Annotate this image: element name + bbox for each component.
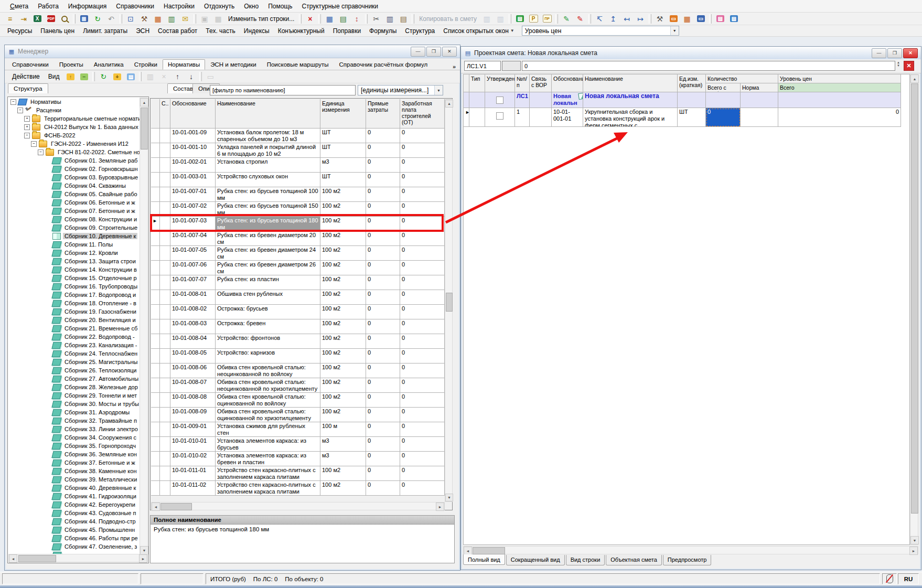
- price-level-select[interactable]: Уровень цен▼: [522, 26, 679, 36]
- scroll-up-icon[interactable]: ▲: [445, 100, 453, 108]
- undo-icon[interactable]: ↶: [105, 13, 117, 25]
- value-spinner[interactable]: ▲ ▼: [896, 61, 901, 71]
- tree-vscroll-thumb[interactable]: [141, 108, 148, 149]
- table-row[interactable]: 10-01-008-07Обивка стен кровельной сталь…: [151, 378, 445, 393]
- tree-item[interactable]: −Нормативы: [8, 98, 140, 106]
- new-rate-icon[interactable]: ⚒: [138, 13, 151, 25]
- close-button[interactable]: ✕: [903, 48, 918, 58]
- add-position-icon[interactable]: ▤: [337, 13, 349, 25]
- menu-item-7[interactable]: Окно: [239, 3, 263, 10]
- spinner-down-icon[interactable]: ▼: [896, 64, 901, 67]
- column-header-c[interactable]: С..: [160, 99, 170, 129]
- scroll-down-icon[interactable]: ▼: [140, 546, 148, 554]
- shift-left-icon[interactable]: ↤: [620, 13, 633, 25]
- units-filter-select[interactable]: [единицы измерения...] ▼: [358, 85, 443, 95]
- new-machine-icon[interactable]: ▥: [165, 13, 178, 25]
- panel-button-11[interactable]: Структура: [401, 26, 439, 36]
- tree-item[interactable]: Сборник 24. Теплоснабжен: [8, 349, 140, 358]
- tree-item[interactable]: Сборник 22. Водопровод -: [8, 333, 140, 341]
- column-header-type[interactable]: Тип: [469, 74, 485, 92]
- copy-icon[interactable]: ▥: [383, 13, 396, 25]
- pdf-icon[interactable]: PDF: [45, 13, 57, 25]
- tree-item[interactable]: Сборник 40. Деревянные к: [8, 484, 140, 492]
- tree-item[interactable]: Сборник 34. Сооружения с: [8, 433, 140, 442]
- minimize-button[interactable]: —: [411, 47, 425, 57]
- print-icon[interactable]: ▣: [198, 13, 211, 25]
- delete-icon[interactable]: ×: [304, 13, 316, 25]
- tree-item[interactable]: Сборник 04. Скважины: [8, 181, 140, 190]
- tree-item[interactable]: −ФСНБ-2022: [8, 131, 140, 140]
- tree-item[interactable]: Сборник 42. Берегоукрепи: [8, 500, 140, 509]
- tab-аналитика[interactable]: Аналитика: [89, 59, 129, 70]
- column-header-selector[interactable]: [151, 99, 160, 129]
- tree-item[interactable]: Сборник 09. Строительные: [8, 223, 140, 232]
- scroll-left-icon[interactable]: ◄: [152, 503, 160, 511]
- panel-button-5[interactable]: Состав работ: [154, 26, 201, 36]
- scroll-down-icon[interactable]: ▼: [910, 536, 919, 544]
- column-header-consumption[interactable]: Норма расхода: [741, 83, 778, 92]
- panel-button-10[interactable]: Формулы: [365, 26, 401, 36]
- table-row[interactable]: 10-01-008-01Обшивка стен рубленых100 м20…: [151, 290, 445, 305]
- tree-item[interactable]: Сборник 20. Вентиляция и: [8, 316, 140, 324]
- tree-item[interactable]: Сборник 46. Работы при ре: [8, 534, 140, 542]
- column-header-unit[interactable]: Ед.изм. (краткая): [678, 74, 706, 92]
- tab-справочник-расч-тных-формул[interactable]: Справочник расчётных формул: [334, 59, 433, 70]
- estimate-hscroll-thumb[interactable]: [473, 547, 505, 554]
- menu-item-1[interactable]: Смета: [5, 3, 33, 10]
- column-header-name[interactable]: Наименование: [583, 74, 678, 92]
- scroll-left-icon[interactable]: ◄: [464, 547, 472, 555]
- language-indicator[interactable]: RU: [898, 573, 919, 584]
- tree-item[interactable]: Сборник 01. Земляные раб: [8, 156, 140, 165]
- tree-item[interactable]: Сборник 37. Бетонные и ж: [8, 458, 140, 467]
- tree-item[interactable]: Сборник 03. Буровзрывные: [8, 173, 140, 181]
- table-row[interactable]: 10-01-007-07Рубка стен: из пластин100 м2…: [151, 275, 445, 290]
- tree-item[interactable]: Сборник 08. Конструкции и: [8, 215, 140, 223]
- truck-orange-icon[interactable]: ▭: [667, 13, 680, 25]
- tree-item[interactable]: Сборник 30. Мосты и трубы: [8, 400, 140, 408]
- view-tab-сокращенный-вид[interactable]: Сокращенный вид: [506, 555, 565, 565]
- panel-button-3[interactable]: Лимит. затраты: [79, 26, 132, 36]
- copy-sheet-icon[interactable]: ▥: [480, 13, 493, 25]
- collapse-icon[interactable]: −: [38, 149, 44, 155]
- materials-icon[interactable]: ▦: [681, 13, 693, 25]
- approved-checkbox[interactable]: [496, 112, 503, 120]
- table-row[interactable]: 10-01-011-01Устройство стен каркасно-пли…: [151, 466, 445, 481]
- tree-hscrollbar[interactable]: ◄ ►: [8, 554, 148, 562]
- tabs-overflow-chevron[interactable]: »: [448, 63, 460, 70]
- estimate-hscrollbar[interactable]: ◄ ►: [463, 546, 918, 554]
- tree-item[interactable]: Сборник 02. Горновскрышн: [8, 165, 140, 173]
- scroll-right-icon[interactable]: ►: [139, 554, 147, 563]
- collapse-icon[interactable]: −: [31, 141, 37, 147]
- column-header-j[interactable]: Обоснование: [170, 99, 216, 129]
- tree-item[interactable]: Сборник 18. Отопление - в: [8, 299, 140, 307]
- menu-item-3[interactable]: Информация: [63, 3, 111, 10]
- open-windows-button[interactable]: Список открытых окон▼: [439, 26, 518, 36]
- column-header-justification[interactable]: Обоснование: [552, 74, 583, 92]
- tree-item[interactable]: Сборник 07. Бетонные и ж: [8, 207, 140, 215]
- column-header-qty-coef[interactable]: Всего с коэф.: [706, 83, 741, 92]
- tab-справочники[interactable]: Справочники: [7, 59, 54, 70]
- tree-item[interactable]: Сборник 17. Водопровод и: [8, 291, 140, 299]
- table-row[interactable]: 10-01-010-02Установка элементов каркаса:…: [151, 452, 445, 466]
- table-row[interactable]: 10-01-008-02Острожка: брусьев100 м200: [151, 305, 445, 319]
- cell-value-input[interactable]: [522, 61, 895, 71]
- tree-item[interactable]: Сборник 23. Канализация -: [8, 341, 140, 349]
- insert-rate-icon[interactable]: Р: [527, 13, 540, 25]
- tree-item[interactable]: Сборник 39. Металлически: [8, 475, 140, 484]
- collapse-icon[interactable]: −: [24, 133, 30, 138]
- scroll-left-icon[interactable]: ◄: [9, 554, 17, 563]
- table-row[interactable]: 10-01-001-09Установка балок пролетом: 18…: [151, 129, 445, 143]
- cell-reference-input[interactable]: [464, 61, 501, 71]
- shift-right-icon[interactable]: ↦: [634, 13, 647, 25]
- level-up-line-icon[interactable]: ↸: [593, 13, 606, 25]
- tree-item[interactable]: Сборник 31. Аэродромы: [8, 408, 140, 416]
- paste-icon[interactable]: ▤: [397, 13, 410, 25]
- books-blue-icon[interactable]: ▤: [727, 13, 740, 25]
- rates-vscroll-thumb[interactable]: [446, 293, 453, 312]
- update-position-icon[interactable]: ⊡: [124, 13, 137, 25]
- insert-structure-icon[interactable]: ⇥: [17, 13, 30, 25]
- view-tab-объектная-смета[interactable]: Объектная смета: [606, 555, 662, 565]
- panel-button-4[interactable]: ЭСН: [132, 26, 154, 36]
- truck-blue-icon[interactable]: ▭: [694, 13, 707, 25]
- tree-item[interactable]: Сборник 43. Судовозные п: [8, 509, 140, 517]
